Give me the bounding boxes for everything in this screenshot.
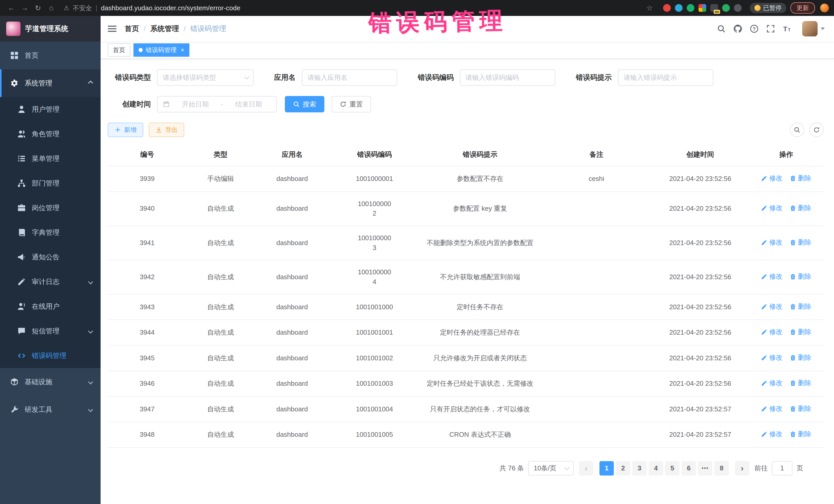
address-bar[interactable]: ⚠ 不安全 | dashboard.yudao.iocoder.cn/syste… — [64, 4, 653, 12]
browser-reload-icon[interactable]: ↻ — [32, 2, 44, 14]
app-logo[interactable]: 芋道管理系统 — [0, 16, 101, 42]
page-button-8[interactable]: 8 — [715, 461, 729, 476]
tab-home[interactable]: 首页 — [108, 43, 130, 57]
edit-link[interactable]: 修改 — [761, 272, 783, 282]
page-button-1[interactable]: 1 — [599, 461, 614, 476]
trash-icon — [790, 273, 796, 280]
delete-link[interactable]: 删除 — [790, 302, 811, 311]
update-button[interactable]: 更新 — [790, 2, 815, 14]
goto-label: 前往 — [754, 464, 768, 473]
sidebar-item-dict-management[interactable]: 字典管理 — [0, 220, 101, 245]
more-pages-button[interactable]: ••• — [698, 461, 712, 476]
app-name-input[interactable] — [302, 69, 397, 86]
page-button-5[interactable]: 5 — [665, 461, 680, 476]
edit-link[interactable]: 修改 — [761, 353, 783, 363]
extension-icon-4[interactable] — [699, 4, 706, 12]
browser-forward-icon[interactable]: → — [19, 2, 31, 14]
hamburger-icon[interactable] — [108, 23, 116, 35]
edit-link[interactable]: 修改 — [761, 327, 783, 337]
export-button[interactable]: 导出 — [149, 123, 184, 137]
sidebar-item-dept-management[interactable]: 部门管理 — [0, 171, 101, 196]
cell-actions: 修改删除 — [749, 396, 824, 422]
sidebar-menu: 首页系统管理用户管理角色管理菜单管理部门管理岗位管理字典管理通知公告审计日志在线… — [0, 42, 101, 504]
sidebar-item-sms-management[interactable]: 短信管理 — [0, 319, 101, 343]
delete-link[interactable]: 删除 — [790, 353, 811, 363]
toggle-search-button[interactable] — [790, 123, 804, 137]
page-button-2[interactable]: 2 — [616, 461, 630, 476]
error-code-input[interactable] — [460, 69, 555, 86]
delete-link[interactable]: 删除 — [790, 429, 811, 439]
sidebar-item-infrastructure[interactable]: 基础设施 — [0, 368, 101, 396]
browser-profile-avatar[interactable] — [820, 4, 829, 12]
refresh-table-button[interactable] — [809, 123, 824, 137]
prev-page-button[interactable]: ‹ — [579, 461, 593, 476]
browser-home-icon[interactable]: ⌂ — [45, 2, 58, 14]
edit-link[interactable]: 修改 — [761, 238, 783, 247]
delete-link[interactable]: 删除 — [790, 378, 811, 388]
sidebar-item-dev-tools[interactable]: 研发工具 — [0, 396, 101, 423]
cell-created: 2021-04-20 23:52:56 — [652, 345, 749, 371]
delete-link[interactable]: 删除 — [790, 238, 811, 247]
bookmark-star-icon[interactable]: ☆ — [646, 4, 653, 12]
browser-chrome: ← → ↻ ⌂ ⚠ 不安全 | dashboard.yudao.iocoder.… — [0, 0, 834, 16]
cell-code: 1001001001 — [330, 320, 419, 345]
breadcrumb-item[interactable]: 系统管理 — [150, 24, 179, 34]
pencil-icon — [761, 355, 767, 361]
goto-page-input[interactable] — [772, 461, 792, 476]
cell-actions: 修改删除 — [749, 294, 824, 320]
search-icon[interactable] — [717, 24, 726, 33]
extension-icon-5[interactable]: on — [710, 4, 718, 12]
page-size-select[interactable]: 10条/页 — [528, 461, 574, 476]
sidebar-item-user-management[interactable]: 用户管理 — [0, 97, 101, 122]
fullscreen-icon[interactable] — [766, 24, 775, 33]
edit-link[interactable]: 修改 — [761, 404, 783, 414]
extension-icon-1[interactable] — [663, 4, 671, 12]
extension-icon-7[interactable] — [734, 4, 742, 12]
sidebar-item-home[interactable]: 首页 — [0, 42, 101, 69]
date-range-picker[interactable]: 开始日期 - 结束日期 — [157, 96, 277, 112]
extension-icon-6[interactable] — [722, 4, 730, 12]
github-icon[interactable] — [733, 24, 742, 33]
delete-link[interactable]: 删除 — [790, 203, 811, 213]
paused-badge[interactable]: 已暂停 — [750, 3, 786, 13]
svg-text:?: ? — [753, 26, 756, 31]
help-icon[interactable]: ? — [750, 24, 759, 33]
tab-error-code[interactable]: 错误码管理× — [133, 43, 190, 57]
sidebar-item-menu-management[interactable]: 菜单管理 — [0, 146, 101, 171]
page-button-6[interactable]: 6 — [682, 461, 696, 476]
page-button-3[interactable]: 3 — [632, 461, 647, 476]
error-type-select[interactable]: 请选择错误码类型 — [157, 69, 254, 86]
delete-link[interactable]: 删除 — [790, 272, 811, 282]
add-button[interactable]: 新增 — [108, 123, 143, 137]
extension-icon-3[interactable] — [687, 4, 695, 12]
breadcrumb-item[interactable]: 首页 — [125, 24, 139, 34]
edit-link[interactable]: 修改 — [761, 429, 783, 439]
next-page-button[interactable]: › — [735, 461, 749, 476]
edit-link[interactable]: 修改 — [761, 174, 783, 183]
reset-button[interactable]: 重置 — [332, 96, 371, 112]
delete-link[interactable]: 删除 — [790, 327, 811, 337]
edit-link[interactable]: 修改 — [761, 302, 783, 311]
user-avatar[interactable] — [802, 21, 825, 37]
extension-icon-2[interactable] — [675, 4, 683, 12]
browser-back-icon[interactable]: ← — [5, 2, 18, 14]
sidebar-item-online-users[interactable]: 在线用户 — [0, 294, 101, 319]
delete-link[interactable]: 删除 — [790, 174, 811, 183]
sidebar-item-post-management[interactable]: 岗位管理 — [0, 196, 101, 220]
search-button[interactable]: 搜索 — [285, 96, 324, 112]
font-size-icon[interactable]: TT — [783, 24, 791, 33]
page-button-4[interactable]: 4 — [649, 461, 663, 476]
table-row: 3946自动生成dashboard1001001003定时任务已经处于该状态，无… — [108, 371, 824, 396]
edit-link[interactable]: 修改 — [761, 203, 783, 213]
sidebar-item-audit-log[interactable]: 审计日志 — [0, 269, 101, 294]
error-hint-input[interactable] — [618, 69, 714, 86]
delete-link[interactable]: 删除 — [790, 404, 811, 414]
sidebar-item-notice[interactable]: 通知公告 — [0, 245, 101, 269]
sidebar-item-role-management[interactable]: 角色管理 — [0, 122, 101, 146]
sidebar-item-label: 字典管理 — [32, 228, 60, 237]
sidebar-item-system-management[interactable]: 系统管理 — [0, 69, 101, 97]
cell-type: 自动生成 — [186, 396, 255, 422]
edit-link[interactable]: 修改 — [761, 378, 783, 388]
sidebar-item-error-code-management[interactable]: 错误码管理 — [0, 343, 101, 368]
close-icon[interactable]: × — [181, 47, 184, 53]
